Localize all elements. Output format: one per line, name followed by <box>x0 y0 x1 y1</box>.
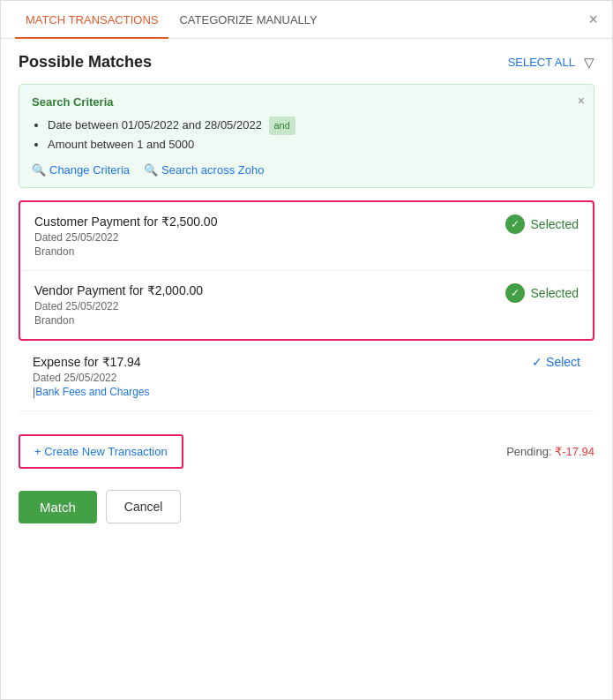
search-icon: 🔍 <box>32 163 46 177</box>
transaction-name-1: Brandon <box>34 245 217 258</box>
transaction-info-1: Customer Payment for ₹2,500.00 Dated 25/… <box>34 215 217 258</box>
criteria-item-date: Date between 01/05/2022 and 28/05/2022 a… <box>48 116 581 135</box>
list-item: Expense for ₹17.94 Dated 25/05/2022 |Ban… <box>19 342 594 411</box>
search-zoho-icon: 🔍 <box>144 163 158 177</box>
section-header: Possible Matches SELECT ALL ▽ <box>19 53 594 72</box>
search-across-zoho-link[interactable]: 🔍 Search across Zoho <box>144 163 264 177</box>
action-buttons: Match Cancel <box>1 476 612 538</box>
pending-row: + Create New Transaction Pending: ₹-17.9… <box>19 434 594 469</box>
bottom-area: + Create New Transaction Pending: ₹-17.9… <box>1 434 612 469</box>
checkmark-icon: ✓ <box>532 355 542 369</box>
criteria-list: Date between 01/05/2022 and 28/05/2022 a… <box>32 116 581 154</box>
transaction-title-2: Vendor Payment for ₹2,000.00 <box>34 283 203 297</box>
create-new-transaction-button[interactable]: + Create New Transaction <box>19 434 183 469</box>
criteria-actions: 🔍 Change Criteria 🔍 Search across Zoho <box>32 163 581 177</box>
transaction-date-1: Dated 25/05/2022 <box>34 231 217 244</box>
transaction-date-2: Dated 25/05/2022 <box>34 300 203 312</box>
close-button[interactable]: × <box>588 11 598 27</box>
select-all-row: SELECT ALL ▽ <box>508 55 594 71</box>
page-title: Possible Matches <box>19 53 152 72</box>
criteria-item-amount: Amount between 1 and 5000 <box>48 135 581 154</box>
table-row[interactable]: Vendor Payment for ₹2,000.00 Dated 25/05… <box>20 271 593 339</box>
criteria-close-icon[interactable]: × <box>578 94 585 108</box>
check-circle-icon-2: ✓ <box>505 283 525 303</box>
select-all-link[interactable]: SELECT ALL <box>508 56 575 69</box>
transaction-info-2: Vendor Payment for ₹2,000.00 Dated 25/05… <box>34 283 203 327</box>
selected-badge-2[interactable]: ✓ Selected <box>505 283 579 303</box>
tab-categorize-manually[interactable]: CATEGORIZE MANUALLY <box>168 1 327 39</box>
criteria-title: Search Criteria <box>32 95 581 109</box>
main-content: Possible Matches SELECT ALL ▽ Search Cri… <box>1 39 612 425</box>
transaction-title-1: Customer Payment for ₹2,500.00 <box>34 215 217 229</box>
tab-match-transactions[interactable]: MATCH TRANSACTIONS <box>15 1 168 39</box>
match-button[interactable]: Match <box>19 491 97 523</box>
table-row[interactable]: Customer Payment for ₹2,500.00 Dated 25/… <box>20 202 593 271</box>
pending-text: Pending: ₹-17.94 <box>506 445 594 458</box>
select-link-3[interactable]: ✓ Select <box>532 355 580 369</box>
change-criteria-link[interactable]: 🔍 Change Criteria <box>32 163 130 177</box>
search-criteria-box: Search Criteria × Date between 01/05/202… <box>19 84 594 188</box>
pending-amount: ₹-17.94 <box>555 445 594 458</box>
modal-container: MATCH TRANSACTIONS CATEGORIZE MANUALLY ×… <box>0 0 613 700</box>
transaction-date-3: Dated 25/05/2022 <box>33 372 150 384</box>
filter-icon[interactable]: ▽ <box>584 55 594 71</box>
transaction-name-2: Brandon <box>34 314 203 327</box>
selected-transactions-container: Customer Payment for ₹2,500.00 Dated 25/… <box>19 200 594 341</box>
transaction-info-3: Expense for ₹17.94 Dated 25/05/2022 |Ban… <box>33 355 150 398</box>
transaction-category-3: |Bank Fees and Charges <box>33 386 150 398</box>
and-badge: and <box>269 117 295 135</box>
other-transactions-container: Expense for ₹17.94 Dated 25/05/2022 |Ban… <box>19 342 594 411</box>
selected-badge-1[interactable]: ✓ Selected <box>505 215 579 234</box>
check-circle-icon-1: ✓ <box>505 215 525 234</box>
transaction-title-3: Expense for ₹17.94 <box>33 355 150 369</box>
tabs-header: MATCH TRANSACTIONS CATEGORIZE MANUALLY × <box>1 1 612 39</box>
cancel-button[interactable]: Cancel <box>106 490 182 523</box>
